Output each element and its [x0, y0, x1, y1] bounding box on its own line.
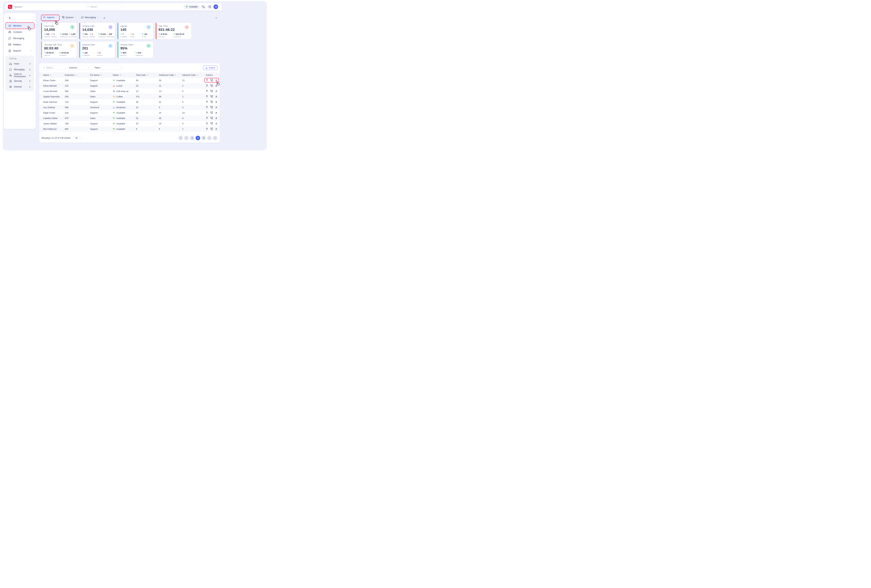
- cell-name: Noah Harrison: [43, 101, 65, 103]
- pagination-page-3[interactable]: 3: [201, 136, 206, 140]
- transfer-call-button[interactable]: [210, 100, 213, 103]
- pagination-page-1[interactable]: 1: [190, 136, 195, 140]
- chevron-down-icon: [75, 16, 77, 18]
- sidebar-item-mailbox[interactable]: Mailbox: [6, 42, 34, 47]
- global-search[interactable]: [85, 4, 122, 9]
- users-icon: [8, 31, 11, 33]
- barge-in-button[interactable]: [215, 100, 218, 103]
- transfer-call-button[interactable]: [210, 122, 213, 125]
- phone-button[interactable]: [201, 4, 206, 9]
- pagination-first[interactable]: [178, 136, 183, 140]
- barge-in-button[interactable]: [215, 111, 218, 114]
- app-logo[interactable]: [8, 5, 12, 9]
- listen-button[interactable]: [205, 84, 208, 87]
- column-header-status[interactable]: Status: [113, 74, 136, 76]
- transfer-call-button[interactable]: [210, 117, 213, 119]
- settings-item-voice[interactable]: Voice: [7, 61, 33, 66]
- page-size-select[interactable]: 10: [74, 136, 82, 140]
- add-view-button[interactable]: [103, 17, 106, 20]
- availability-status[interactable]: Available: [183, 4, 200, 9]
- barge-in-button[interactable]: [215, 95, 218, 98]
- listen-button[interactable]: [205, 117, 208, 119]
- column-header-inbound-calls[interactable]: Inbound Calls: [182, 74, 205, 76]
- export-button[interactable]: Export: [203, 65, 217, 70]
- sidebar-item-monitor[interactable]: Monitor: [6, 23, 34, 28]
- sort-icon: [100, 74, 102, 76]
- cell-ext-name: Support: [90, 85, 113, 87]
- table-search[interactable]: [41, 65, 66, 70]
- cell-extension: 678: [65, 117, 90, 120]
- table-search-input[interactable]: [46, 67, 64, 69]
- filters-select[interactable]: Filters: [93, 65, 124, 70]
- column-header-total-calls[interactable]: Total Calls: [136, 74, 159, 76]
- tab-messaging[interactable]: Messaging: [81, 16, 99, 21]
- settings-item-messaging[interactable]: Messaging: [7, 67, 33, 72]
- global-search-input[interactable]: [90, 6, 121, 8]
- pagination-prev[interactable]: [184, 136, 189, 140]
- clock-icon: [186, 26, 188, 28]
- barge-in-button[interactable]: [215, 117, 218, 119]
- help-button[interactable]: [207, 4, 212, 9]
- substat-label: Inbound: [44, 36, 50, 37]
- column-header-outbound-calls[interactable]: Outbound Calls: [159, 74, 182, 76]
- barge-in-button[interactable]: [215, 127, 218, 130]
- tab-agents[interactable]: Agents: [43, 16, 57, 21]
- cell-ext-name: Technical: [90, 106, 113, 109]
- substat-label: Outbound: [98, 36, 105, 37]
- phone-off-icon: [107, 33, 109, 35]
- transfer-call-button[interactable]: [210, 79, 213, 82]
- sidebar: MonitorContactsMessagingMailboxReports S…: [4, 13, 36, 129]
- barge-in-button[interactable]: [215, 79, 218, 82]
- sidebar-item-messaging[interactable]: Messaging: [6, 36, 34, 41]
- column-header-extension[interactable]: Extension: [65, 74, 90, 76]
- barge-in-button[interactable]: [215, 122, 218, 125]
- settings-section: Settings VoiceMessagingUsers & Permissio…: [6, 55, 34, 91]
- settings-item-users-permissions[interactable]: Users & Permissions: [7, 73, 33, 78]
- chevron-down-icon: [97, 16, 99, 18]
- barge-in-button[interactable]: [215, 90, 218, 92]
- cell-actions: [205, 79, 220, 82]
- listen-button[interactable]: [205, 127, 208, 130]
- cell-outbound-calls: 98: [159, 96, 182, 98]
- cell-actions: [205, 117, 220, 120]
- topbar: Monitor Available JS: [5, 3, 222, 10]
- transfer-call-button[interactable]: [210, 84, 213, 87]
- settings-item-label: Security: [14, 80, 22, 82]
- transfer-call-button[interactable]: [210, 127, 213, 130]
- column-header-name[interactable]: Name: [43, 74, 65, 76]
- cell-ext-name: Support: [90, 79, 113, 82]
- pagination-page-2[interactable]: 2: [196, 136, 200, 140]
- tab-queues[interactable]: Queues: [62, 16, 77, 21]
- column-header-ext-name[interactable]: Ext Name: [90, 74, 113, 76]
- stat-card-substats: 100Inbound1Missed13,633Outbound500No ans…: [82, 33, 114, 37]
- pagination-next[interactable]: [207, 136, 212, 140]
- listen-button[interactable]: [205, 79, 208, 82]
- transfer-call-button[interactable]: [210, 90, 213, 92]
- listen-button[interactable]: [205, 106, 208, 109]
- settings-item-general[interactable]: General: [7, 84, 33, 89]
- table-row-noah-harrison: Noah Harrison123SupportAvailable35315: [39, 99, 220, 105]
- transfer-call-button[interactable]: [210, 95, 213, 98]
- barge-in-button[interactable]: [215, 84, 218, 87]
- collapse-sidebar-button[interactable]: [8, 16, 12, 20]
- listen-button[interactable]: [205, 95, 208, 98]
- phone-outgoing-icon: [174, 33, 175, 35]
- tab-label: Messaging: [85, 16, 96, 19]
- listen-button[interactable]: [205, 100, 208, 103]
- cell-status: Breakfast: [113, 106, 136, 109]
- cell-ext-name: Support: [90, 128, 113, 130]
- columns-select[interactable]: Columns: [67, 65, 91, 70]
- page-size-value: 10: [75, 137, 78, 139]
- transfer-call-button[interactable]: [210, 111, 213, 114]
- listen-button[interactable]: [205, 122, 208, 125]
- sidebar-item-contacts[interactable]: Contacts: [6, 29, 34, 35]
- settings-item-security[interactable]: Security: [7, 78, 33, 84]
- listen-button[interactable]: [205, 111, 208, 114]
- pagination-last[interactable]: [213, 136, 217, 140]
- listen-button[interactable]: [205, 90, 208, 92]
- barge-in-button[interactable]: [215, 106, 218, 109]
- collapse-panel-button[interactable]: [215, 17, 217, 20]
- user-avatar[interactable]: JS: [214, 4, 218, 9]
- sidebar-item-reports[interactable]: Reports: [6, 48, 34, 54]
- transfer-call-button[interactable]: [210, 106, 213, 109]
